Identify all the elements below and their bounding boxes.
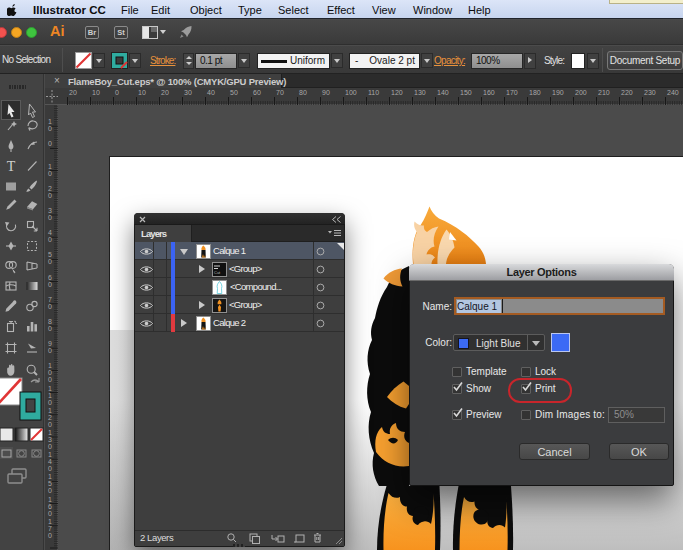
svg-text:Cut: Cut bbox=[214, 269, 221, 274]
svg-text:T: T bbox=[7, 159, 16, 174]
